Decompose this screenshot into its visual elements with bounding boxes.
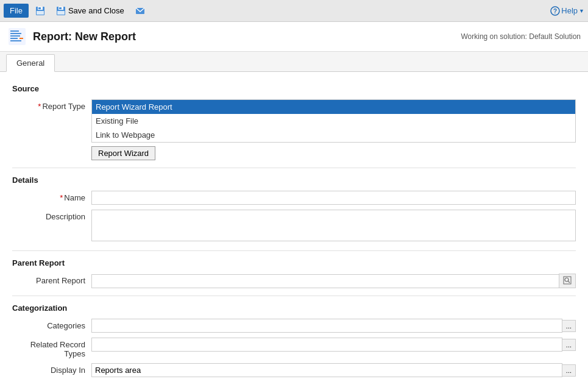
display-in-control: Reports area ... [91, 363, 576, 377]
categories-input[interactable] [91, 319, 562, 333]
help-icon: ? [550, 6, 560, 16]
parent-report-browse-button[interactable] [559, 274, 576, 288]
related-record-types-input[interactable] [91, 338, 562, 352]
description-control [91, 210, 576, 243]
svg-rect-12 [10, 30, 19, 32]
page-title: Report: New Report [33, 30, 136, 43]
toolbar: File Save and Close ? Help ▼ [0, 0, 588, 22]
svg-text:?: ? [553, 8, 557, 15]
save-icon [35, 6, 45, 16]
display-in-browse-button[interactable]: ... [562, 364, 576, 377]
help-area[interactable]: ? Help ▼ [550, 6, 584, 16]
svg-rect-16 [19, 38, 23, 39]
related-record-types-label: Related Record Types [12, 338, 91, 358]
help-label: Help [561, 6, 578, 15]
description-row: Description [12, 210, 576, 243]
report-type-list[interactable]: Report Wizard Report Existing File Link … [91, 99, 576, 143]
solution-text: Working on solution: Default Solution [461, 32, 581, 41]
parent-report-input[interactable] [91, 274, 559, 288]
svg-rect-7 [57, 11, 65, 15]
svg-rect-14 [10, 35, 20, 37]
send-icon [135, 6, 145, 16]
header: Report: New Report Working on solution: … [0, 22, 588, 52]
name-control [91, 191, 576, 205]
related-record-types-browse-button[interactable]: ... [562, 339, 576, 351]
related-record-types-control: ... [91, 338, 576, 352]
svg-rect-17 [10, 40, 21, 41]
svg-rect-6 [59, 7, 62, 9]
svg-point-19 [565, 278, 569, 282]
name-input[interactable] [91, 191, 576, 205]
display-in-label: Display In [12, 363, 91, 375]
parent-report-row: Parent Report [12, 274, 576, 288]
categorization-section-title: Categorization [12, 303, 576, 313]
file-button[interactable]: File [4, 4, 29, 18]
header-left: Report: New Report [7, 27, 136, 46]
report-type-option-webpage[interactable]: Link to Webpage [92, 128, 575, 142]
divider-1 [12, 168, 576, 168]
name-row: *Name [12, 191, 576, 205]
report-icon [7, 27, 27, 46]
report-type-control: Report Wizard Report Existing File Link … [91, 99, 576, 160]
help-dropdown-arrow: ▼ [579, 8, 584, 14]
send-button[interactable] [131, 4, 149, 18]
source-section-title: Source [12, 84, 576, 93]
categories-browse-button[interactable]: ... [562, 320, 576, 332]
svg-rect-3 [37, 11, 44, 15]
svg-rect-2 [38, 7, 41, 9]
svg-rect-15 [10, 38, 18, 39]
report-type-row: *Report Type Report Wizard Report Existi… [12, 99, 576, 160]
categories-field: ... [91, 319, 576, 333]
parent-report-lookup [91, 274, 576, 288]
name-required-star: * [60, 193, 63, 202]
categories-control: ... [91, 319, 576, 333]
categories-row: Categories ... [12, 319, 576, 333]
details-section-title: Details [12, 175, 576, 185]
save-close-icon [56, 6, 66, 16]
related-record-types-field: ... [91, 338, 576, 352]
parent-report-control [91, 274, 576, 288]
tab-general[interactable]: General [6, 54, 55, 72]
parent-report-label: Parent Report [12, 274, 91, 285]
required-star: * [38, 102, 41, 111]
display-in-input[interactable]: Reports area [91, 363, 562, 377]
save-close-button[interactable]: Save and Close [52, 4, 129, 18]
display-in-field: Reports area ... [91, 363, 576, 377]
description-input[interactable] [91, 210, 576, 241]
report-wizard-button[interactable]: Report Wizard [91, 146, 155, 160]
report-type-label: *Report Type [12, 99, 91, 111]
description-label: Description [12, 210, 91, 221]
divider-2 [12, 250, 576, 251]
display-in-row: Display In Reports area ... [12, 363, 576, 377]
save-button[interactable] [31, 4, 49, 18]
related-record-types-row: Related Record Types ... [12, 338, 576, 358]
svg-rect-13 [10, 33, 21, 34]
report-type-option-file[interactable]: Existing File [92, 114, 575, 128]
report-type-option-wizard[interactable]: Report Wizard Report [92, 100, 575, 114]
name-label: *Name [12, 191, 91, 202]
browse-icon [563, 276, 572, 285]
tabs-bar: General [0, 52, 588, 72]
divider-3 [12, 296, 576, 296]
main-content: Source *Report Type Report Wizard Report… [0, 72, 588, 379]
categories-label: Categories [12, 319, 91, 330]
svg-line-20 [569, 282, 570, 283]
save-close-label: Save and Close [68, 6, 124, 15]
parent-report-section-title: Parent Report [12, 258, 576, 267]
